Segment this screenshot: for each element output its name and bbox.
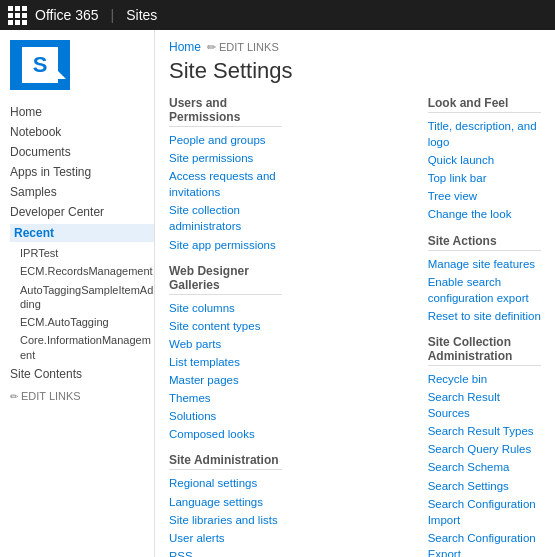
breadcrumb-edit-links[interactable]: ✏ EDIT LINKS bbox=[207, 41, 279, 54]
sidebar-recent-header: Recent bbox=[10, 224, 154, 242]
link-enable-search-config[interactable]: Enable search configuration export bbox=[428, 273, 541, 307]
link-solutions[interactable]: Solutions bbox=[169, 407, 282, 425]
link-user-alerts[interactable]: User alerts bbox=[169, 529, 282, 547]
link-manage-site-features[interactable]: Manage site features bbox=[428, 255, 541, 273]
link-access-requests[interactable]: Access requests and invitations bbox=[169, 167, 282, 201]
link-master-pages[interactable]: Master pages bbox=[169, 371, 282, 389]
column-2 bbox=[298, 96, 411, 557]
settings-grid: Users and Permissions People and groups … bbox=[169, 96, 541, 557]
section-look-feel: Look and Feel Title, description, and lo… bbox=[428, 96, 541, 224]
section-site-actions: Site Actions Manage site features Enable… bbox=[428, 234, 541, 325]
breadcrumb-home[interactable]: Home bbox=[169, 40, 201, 54]
link-search-result-types[interactable]: Search Result Types bbox=[428, 422, 541, 440]
sites-label: Sites bbox=[126, 7, 157, 23]
link-site-app-permissions[interactable]: Site app permissions bbox=[169, 236, 282, 254]
link-tree-view[interactable]: Tree view bbox=[428, 187, 541, 205]
sidebar: S Home Notebook Documents Apps in Testin… bbox=[0, 30, 155, 557]
sidebar-sub-core-info[interactable]: Core.InformationManagement bbox=[10, 331, 154, 364]
logo-arrow bbox=[58, 71, 66, 79]
link-site-libraries[interactable]: Site libraries and lists bbox=[169, 511, 282, 529]
breadcrumb: Home ✏ EDIT LINKS bbox=[169, 40, 541, 54]
section-header-web-designer: Web Designer Galleries bbox=[169, 264, 282, 295]
sidebar-item-documents[interactable]: Documents bbox=[10, 142, 154, 162]
link-reset-site-definition[interactable]: Reset to site definition bbox=[428, 307, 541, 325]
link-people-groups[interactable]: People and groups bbox=[169, 131, 282, 149]
sidebar-sub-ecm-records[interactable]: ECM.RecordsManagement bbox=[10, 262, 154, 280]
link-search-schema[interactable]: Search Schema bbox=[428, 458, 541, 476]
section-site-admin: Site Administration Regional settings La… bbox=[169, 453, 282, 557]
section-header-site-actions: Site Actions bbox=[428, 234, 541, 251]
sidebar-sub-ecm-autotagging[interactable]: ECM.AutoTagging bbox=[10, 313, 154, 331]
column-3: Look and Feel Title, description, and lo… bbox=[428, 96, 541, 557]
link-site-columns[interactable]: Site columns bbox=[169, 299, 282, 317]
link-site-collection-admins[interactable]: Site collection administrators bbox=[169, 201, 282, 235]
breadcrumb-edit-label: EDIT LINKS bbox=[219, 41, 279, 53]
sidebar-item-developer-center[interactable]: Developer Center bbox=[10, 202, 154, 222]
pencil-icon: ✏ bbox=[10, 391, 18, 402]
link-top-link-bar[interactable]: Top link bar bbox=[428, 169, 541, 187]
link-rss[interactable]: RSS bbox=[169, 547, 282, 557]
top-nav: Office 365 | Sites bbox=[0, 0, 555, 30]
section-header-look-feel: Look and Feel bbox=[428, 96, 541, 113]
sidebar-item-notebook[interactable]: Notebook bbox=[10, 122, 154, 142]
sidebar-item-home[interactable]: Home bbox=[10, 102, 154, 122]
link-composed-looks[interactable]: Composed looks bbox=[169, 425, 282, 443]
link-quick-launch[interactable]: Quick launch bbox=[428, 151, 541, 169]
sidebar-sub-iprtest[interactable]: IPRTest bbox=[10, 244, 154, 262]
link-change-look[interactable]: Change the look bbox=[428, 205, 541, 223]
link-search-result-sources[interactable]: Search Result Sources bbox=[428, 388, 541, 422]
section-users-permissions: Users and Permissions People and groups … bbox=[169, 96, 282, 254]
link-title-description-logo[interactable]: Title, description, and logo bbox=[428, 117, 541, 151]
column-1: Users and Permissions People and groups … bbox=[169, 96, 282, 557]
link-themes[interactable]: Themes bbox=[169, 389, 282, 407]
link-search-settings[interactable]: Search Settings bbox=[428, 477, 541, 495]
section-site-collection-admin: Site Collection Administration Recycle b… bbox=[428, 335, 541, 557]
waffle-icon[interactable] bbox=[8, 6, 27, 25]
section-header-users: Users and Permissions bbox=[169, 96, 282, 127]
section-header-site-collection: Site Collection Administration bbox=[428, 335, 541, 366]
link-search-config-import[interactable]: Search Configuration Import bbox=[428, 495, 541, 529]
link-regional-settings[interactable]: Regional settings bbox=[169, 474, 282, 492]
sidebar-item-apps-in-testing[interactable]: Apps in Testing bbox=[10, 162, 154, 182]
link-site-permissions[interactable]: Site permissions bbox=[169, 149, 282, 167]
link-language-settings[interactable]: Language settings bbox=[169, 493, 282, 511]
main-container: S Home Notebook Documents Apps in Testin… bbox=[0, 30, 555, 557]
main-content: Home ✏ EDIT LINKS Site Settings Users an… bbox=[155, 30, 555, 557]
link-list-templates[interactable]: List templates bbox=[169, 353, 282, 371]
logo-letter: S bbox=[22, 47, 58, 83]
link-site-content-types[interactable]: Site content types bbox=[169, 317, 282, 335]
section-header-site-admin: Site Administration bbox=[169, 453, 282, 470]
office365-title: Office 365 bbox=[35, 7, 99, 23]
nav-separator: | bbox=[111, 7, 115, 23]
sharepoint-logo: S bbox=[10, 40, 70, 90]
breadcrumb-pencil-icon: ✏ bbox=[207, 41, 216, 54]
section-web-designer: Web Designer Galleries Site columns Site… bbox=[169, 264, 282, 444]
link-recycle-bin[interactable]: Recycle bin bbox=[428, 370, 541, 388]
page-title: Site Settings bbox=[169, 58, 541, 84]
link-search-query-rules[interactable]: Search Query Rules bbox=[428, 440, 541, 458]
sidebar-item-site-contents[interactable]: Site Contents bbox=[10, 364, 154, 384]
sidebar-edit-links[interactable]: ✏ EDIT LINKS bbox=[10, 390, 154, 402]
edit-links-label: EDIT LINKS bbox=[21, 390, 81, 402]
link-web-parts[interactable]: Web parts bbox=[169, 335, 282, 353]
sidebar-item-samples[interactable]: Samples bbox=[10, 182, 154, 202]
link-search-config-export[interactable]: Search Configuration Export bbox=[428, 529, 541, 557]
sidebar-sub-autotagging[interactable]: AutoTaggingSampleItemAdding bbox=[10, 281, 154, 314]
